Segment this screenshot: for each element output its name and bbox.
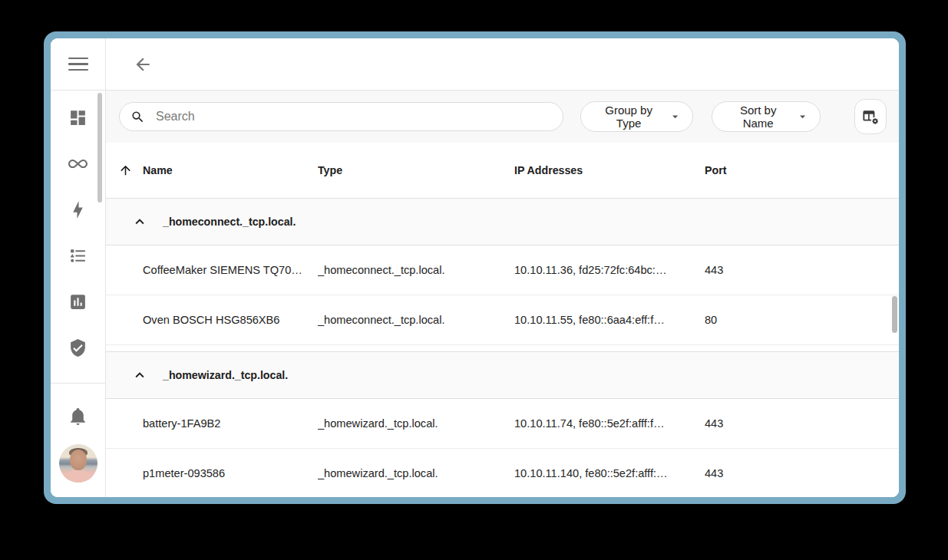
arrow-left-icon (133, 54, 153, 74)
back-button[interactable] (130, 51, 156, 77)
avatar-photo-shape (70, 450, 87, 470)
table-row[interactable]: Oven BOSCH HSG856XB6 _homeconnect._tcp.l… (106, 295, 899, 345)
dashboard-icon (68, 108, 88, 127)
group-label: _homeconnect._tcp.local. (163, 216, 296, 228)
group-by-dropdown[interactable]: Group by Type (580, 101, 693, 132)
app-window: Group by Type Sort by Name (51, 38, 899, 497)
cell-type: _homeconnect._tcp.local. (318, 264, 514, 276)
chevron-down-icon (669, 109, 682, 124)
chevron-up-icon (131, 213, 148, 230)
group-header-homewizard[interactable]: _homewizard._tcp.local. (106, 351, 899, 399)
avatar-photo-shape (64, 470, 93, 483)
cell-port: 443 (705, 264, 899, 276)
sidebar-item-notifications[interactable] (51, 393, 105, 439)
search-box (119, 102, 563, 131)
chart-box-icon (68, 292, 88, 311)
cell-name: battery-1FA9B2 (143, 417, 318, 430)
shield-check-icon (68, 338, 88, 357)
column-header-port[interactable]: Port (705, 164, 899, 176)
hamburger-menu-icon[interactable] (68, 58, 88, 71)
sort-by-dropdown[interactable]: Sort by Name (712, 101, 821, 132)
sort-ascending-arrow-icon (118, 163, 133, 178)
column-header-type[interactable]: Type (318, 164, 514, 176)
cell-name: Oven BOSCH HSG856XB6 (143, 314, 318, 326)
table-row[interactable]: p1meter-093586 _homewizard._tcp.local. 1… (106, 449, 899, 497)
table-header-row: Name Type IP Addresses Port (106, 143, 899, 198)
column-header-name[interactable]: Name (143, 164, 318, 176)
sidebar-item-history[interactable] (51, 278, 105, 324)
cell-name: p1meter-093586 (143, 467, 318, 479)
data-table: Name Type IP Addresses Port _homeconnect… (106, 143, 899, 497)
table-settings-button[interactable] (854, 99, 887, 134)
sidebar (51, 38, 106, 497)
sidebar-divider (51, 383, 105, 384)
bell-icon (68, 407, 88, 426)
main-panel: Group by Type Sort by Name (106, 38, 899, 497)
cell-ip: 10.10.11.140, fe80::5e2f:afff:… (514, 467, 705, 479)
column-header-ip[interactable]: IP Addresses (514, 164, 705, 176)
table-row[interactable]: battery-1FA9B2 _homewizard._tcp.local. 1… (106, 399, 899, 449)
toolbar: Group by Type Sort by Name (106, 91, 899, 143)
search-input[interactable] (154, 109, 552, 124)
top-bar (106, 38, 899, 91)
todo-list-icon (68, 246, 88, 265)
search-icon (130, 110, 145, 124)
group-header-homeconnect[interactable]: _homeconnect._tcp.local. (106, 198, 899, 245)
sidebar-header (51, 38, 105, 91)
infinity-icon (68, 154, 88, 173)
app-window-frame: Group by Type Sort by Name (44, 31, 906, 504)
table-scrollbar[interactable] (892, 296, 897, 333)
group-by-label: Group by Type (596, 104, 661, 130)
sidebar-item-security[interactable] (51, 324, 105, 371)
sort-by-label: Sort by Name (728, 104, 788, 130)
screen-background: Group by Type Sort by Name (0, 0, 948, 560)
cell-ip: 10.10.11.55, fe80::6aa4:eff:f… (514, 314, 705, 326)
cell-name: CoffeeMaker SIEMENS TQ70… (143, 264, 318, 276)
cell-port: 443 (705, 467, 899, 479)
chevron-down-icon (796, 109, 809, 124)
sidebar-scrollbar[interactable] (97, 93, 102, 203)
table-settings-icon (861, 107, 880, 127)
cell-ip: 10.10.11.36, fd25:72fc:64bc:… (514, 264, 705, 276)
cell-type: _homewizard._tcp.local. (318, 467, 514, 479)
chevron-up-icon (131, 367, 148, 384)
cell-ip: 10.10.11.74, fe80::5e2f:afff:f… (514, 417, 705, 430)
cell-type: _homewizard._tcp.local. (318, 417, 514, 430)
user-avatar[interactable] (59, 444, 97, 483)
sidebar-item-todo[interactable] (51, 232, 105, 278)
table-row[interactable]: CoffeeMaker SIEMENS TQ70… _homeconnect._… (106, 245, 899, 295)
cell-type: _homeconnect._tcp.local. (318, 314, 514, 326)
cell-port: 80 (705, 314, 899, 326)
group-spacer (106, 345, 899, 351)
group-label: _homewizard._tcp.local. (163, 369, 288, 381)
lightning-bolt-icon (68, 200, 88, 219)
cell-port: 443 (705, 417, 899, 430)
